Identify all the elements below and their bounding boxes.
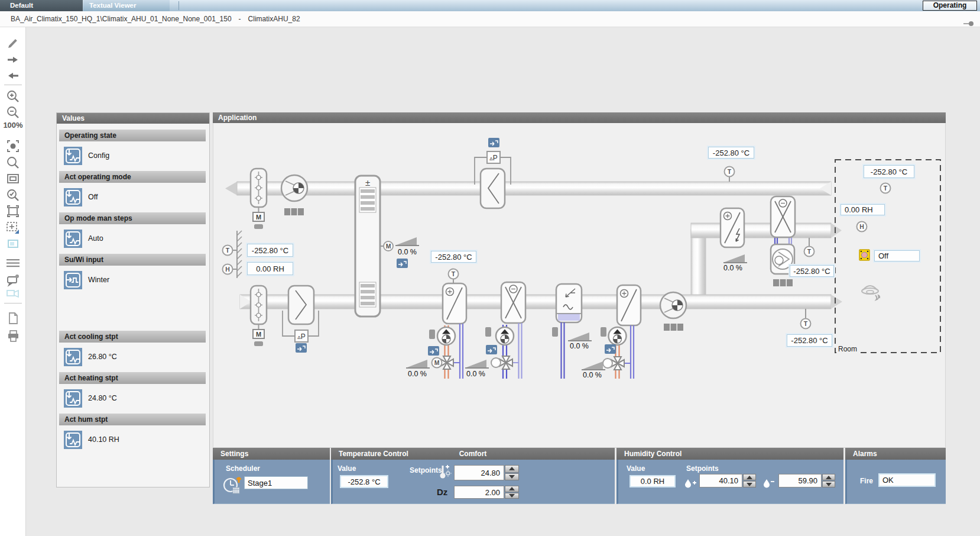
supply-fan[interactable] bbox=[660, 292, 686, 331]
comfort-title: Comfort bbox=[331, 448, 615, 460]
outside-humidity-sensor-icon[interactable]: H bbox=[223, 264, 238, 275]
temp-value-field[interactable]: -252.8 °C bbox=[340, 475, 388, 488]
svg-text:T: T bbox=[728, 168, 732, 175]
back-arrow-icon[interactable] bbox=[5, 68, 21, 83]
room-humidity-sensor-icon[interactable]: H bbox=[857, 222, 867, 232]
heating-circuit[interactable]: M 0.0 % bbox=[406, 324, 463, 379]
dehumidify-setpoint-field[interactable]: 59.90 bbox=[778, 474, 822, 487]
zoom-out-icon[interactable] bbox=[5, 105, 21, 120]
supply-damper[interactable] bbox=[251, 286, 267, 346]
breadcrumb: BA_Air_Climatix_150_HQ_1\Climatix_AHU_01… bbox=[0, 11, 980, 27]
extract-air-temp-value[interactable]: -252.80 °C bbox=[708, 147, 754, 159]
exhaust-filter[interactable] bbox=[475, 138, 511, 208]
recirc-fan-unit[interactable] bbox=[771, 238, 794, 286]
breadcrumb-node[interactable]: ClimatixAHU_82 bbox=[248, 15, 300, 23]
heating-coil[interactable]: T bbox=[443, 269, 466, 324]
dead-zone-field[interactable]: 2.00 bbox=[454, 486, 504, 499]
comfort-setpoint-spinner[interactable] bbox=[505, 465, 519, 480]
trend-setpoint-icon[interactable] bbox=[64, 230, 82, 248]
dead-zone-spinner[interactable] bbox=[505, 486, 519, 499]
smoke-detector-icon[interactable] bbox=[862, 286, 880, 300]
room-temp-sensor-icon[interactable]: T bbox=[881, 183, 891, 193]
settings-title: Settings bbox=[213, 448, 330, 460]
svg-text:M: M bbox=[434, 359, 440, 366]
room-humidity-value[interactable]: 0.00 RH bbox=[841, 204, 885, 215]
outside-temp-sensor-icon[interactable]: T bbox=[223, 246, 238, 256]
edit-pen-icon[interactable] bbox=[5, 35, 21, 51]
room-switch-icon[interactable] bbox=[859, 250, 869, 260]
electric-heater[interactable]: 0.0 % bbox=[721, 208, 747, 272]
extract-temp-sensor-icon[interactable]: T bbox=[725, 167, 735, 182]
zoom-fit-icon[interactable] bbox=[5, 138, 21, 154]
pan-grid-icon[interactable] bbox=[5, 220, 21, 235]
fire-alarm-value[interactable]: OK bbox=[878, 473, 936, 487]
camera-icon-disabled bbox=[5, 285, 21, 301]
scheduler-clock-icon[interactable] bbox=[223, 474, 244, 498]
selection-frame-icon[interactable] bbox=[5, 204, 21, 219]
hum-value-field[interactable]: 0.0 RH bbox=[629, 475, 676, 487]
dehumidify-setpoint-spinner[interactable] bbox=[822, 474, 835, 487]
svg-text:T: T bbox=[807, 248, 812, 255]
print-icon[interactable] bbox=[5, 328, 21, 344]
comfort-setpoint-icon bbox=[438, 463, 452, 483]
cooling-circuit[interactable]: 0.0 % bbox=[465, 323, 522, 379]
outside-wall bbox=[237, 231, 242, 278]
values-item-value: 24.80 °C bbox=[88, 394, 117, 402]
values-item-value: Off bbox=[88, 193, 98, 201]
supply-duct-temp-value[interactable]: -252.80 °C bbox=[787, 334, 832, 347]
operating-button[interactable]: Operating bbox=[923, 1, 977, 11]
values-item-value: Winter bbox=[88, 276, 109, 284]
reheat-circuit[interactable]: 0.0 % bbox=[582, 325, 634, 379]
window-view-icon[interactable] bbox=[5, 171, 21, 186]
outside-temp-value[interactable]: -252.80 °C bbox=[247, 244, 293, 257]
recirc-cooling-coil[interactable] bbox=[771, 196, 795, 237]
tab-textual-viewer[interactable]: Textual Viewer bbox=[83, 0, 170, 11]
cooling-coil[interactable] bbox=[501, 282, 525, 323]
trend-setpoint-icon[interactable] bbox=[64, 389, 82, 408]
forward-arrow-icon[interactable] bbox=[5, 52, 21, 67]
scheduler-stage-field[interactable]: Stage1 bbox=[244, 476, 308, 489]
values-item: 24.80 °C bbox=[64, 389, 209, 408]
outside-humidity-value[interactable]: 0.00 RH bbox=[247, 262, 293, 275]
trend-setpoint-icon[interactable] bbox=[64, 147, 82, 165]
search-icon[interactable] bbox=[5, 155, 21, 170]
room-temp-value[interactable]: -252.80 °C bbox=[864, 165, 914, 178]
supply-air-temp-value[interactable]: -252.80 °C bbox=[431, 251, 476, 263]
recirc-temp-sensor-icon[interactable]: T bbox=[804, 238, 814, 257]
reheat-coil[interactable] bbox=[617, 285, 641, 325]
values-section-header: Su/Wi input bbox=[59, 254, 206, 266]
region-select-icon-disabled bbox=[5, 236, 21, 251]
values-section-header: Act heating stpt bbox=[59, 372, 206, 384]
humidify-setpoint-field[interactable]: 40.10 bbox=[699, 474, 742, 487]
fire-alarm-label: Fire bbox=[860, 477, 873, 485]
override-icon[interactable] bbox=[397, 259, 408, 268]
recirc-temp-value[interactable]: -252.80 °C bbox=[790, 265, 834, 277]
override-icon bbox=[488, 138, 499, 147]
exhaust-fan[interactable] bbox=[281, 175, 307, 215]
values-panel: Values Operating stateConfigAct operatin… bbox=[56, 112, 210, 487]
values-item-value: Config bbox=[88, 151, 109, 160]
recirculation-duct bbox=[691, 223, 842, 298]
trend-setpoint-icon[interactable] bbox=[64, 431, 82, 449]
alarms-panel: Alarms Fire OK bbox=[845, 448, 946, 504]
exhaust-damper[interactable] bbox=[251, 169, 267, 229]
page-layout-icon[interactable] bbox=[5, 311, 21, 326]
trend-setpoint-icon[interactable] bbox=[64, 188, 82, 206]
zoom-in-icon[interactable] bbox=[5, 89, 21, 104]
supply-filter[interactable] bbox=[283, 286, 319, 353]
dehumidify-setpoint-icon bbox=[762, 475, 776, 493]
room-switch-state-value[interactable]: Off bbox=[874, 250, 920, 261]
menu-lines-icon[interactable] bbox=[5, 256, 21, 271]
cooling-valve bbox=[499, 356, 512, 369]
svg-text:T: T bbox=[452, 270, 456, 277]
pin-icon[interactable] bbox=[963, 17, 974, 33]
settings-panel: Settings Scheduler Stage1 bbox=[213, 448, 330, 504]
comfort-setpoint-field[interactable]: 24.80 bbox=[454, 465, 504, 480]
supply-duct-temp-sensor-icon[interactable]: T bbox=[801, 309, 811, 329]
trend-setpoint-icon[interactable] bbox=[64, 348, 82, 366]
tab-default[interactable]: Default bbox=[0, 0, 83, 11]
reheat-pump bbox=[609, 327, 627, 345]
humidify-setpoint-spinner[interactable] bbox=[743, 474, 756, 487]
zoom-check-icon[interactable] bbox=[5, 188, 21, 203]
input-signal-icon[interactable] bbox=[64, 271, 82, 289]
